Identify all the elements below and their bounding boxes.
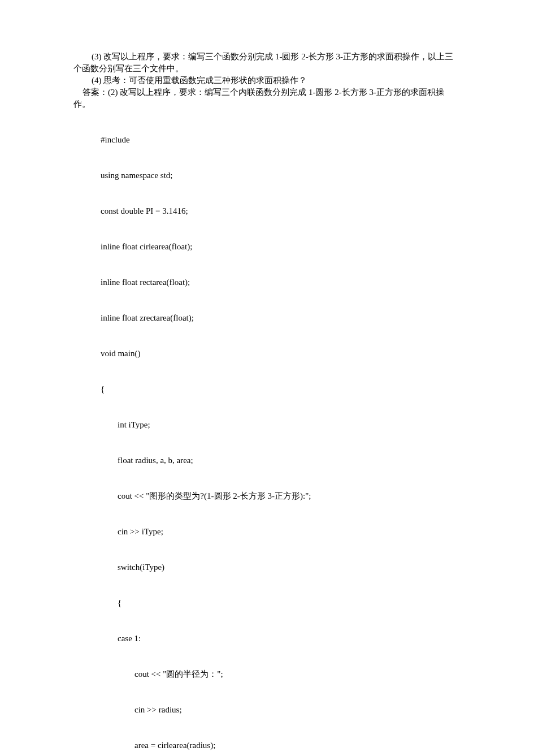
code-line: #include <box>101 134 461 146</box>
code-line: { <box>101 597 461 609</box>
code-line: cout << "图形的类型为?(1-圆形 2-长方形 3-正方形):"; <box>101 490 461 502</box>
code-line: cout << "圆的半径为："; <box>101 668 461 680</box>
code-line: switch(iType) <box>101 561 461 573</box>
code-line: float radius, a, b, area; <box>101 455 461 466</box>
code-line: inline float cirlearea(float); <box>101 241 461 253</box>
code-line: case 1: <box>101 633 461 645</box>
code-line: inline float zrectarea(float); <box>101 312 461 324</box>
code-line: area = cirlearea(radius); <box>101 740 461 751</box>
paragraph-q3: (3) 改写以上程序，要求：编写三个函数分别完成 1-圆形 2-长方形 3-正方… <box>73 51 461 75</box>
paragraph-q4: (4) 思考：可否使用重载函数完成三种形状的求面积操作？ <box>73 75 461 87</box>
code-line: cin >> iType; <box>101 526 461 538</box>
code-line: inline float rectarea(float); <box>101 277 461 288</box>
document-page: (3) 改写以上程序，要求：编写三个函数分别完成 1-圆形 2-长方形 3-正方… <box>0 0 534 756</box>
text-q3: (3) 改写以上程序，要求：编写三个函数分别完成 1-圆形 2-长方形 3-正方… <box>73 52 453 73</box>
code-block: #include using namespace std; const doub… <box>73 110 461 756</box>
paragraph-answer: 答案：(2) 改写以上程序，要求：编写三个内联函数分别完成 1-圆形 2-长方形… <box>73 87 461 110</box>
code-line: using namespace std; <box>101 170 461 182</box>
text-q4: (4) 思考：可否使用重载函数完成三种形状的求面积操作？ <box>92 76 307 85</box>
code-line: { <box>101 383 461 395</box>
code-line: void main() <box>101 348 461 360</box>
code-line: cin >> radius; <box>101 704 461 716</box>
text-answer: 答案：(2) 改写以上程序，要求：编写三个内联函数分别完成 1-圆形 2-长方形… <box>73 88 444 109</box>
code-line: int iType; <box>101 419 461 431</box>
code-line: const double PI = 3.1416; <box>101 205 461 217</box>
